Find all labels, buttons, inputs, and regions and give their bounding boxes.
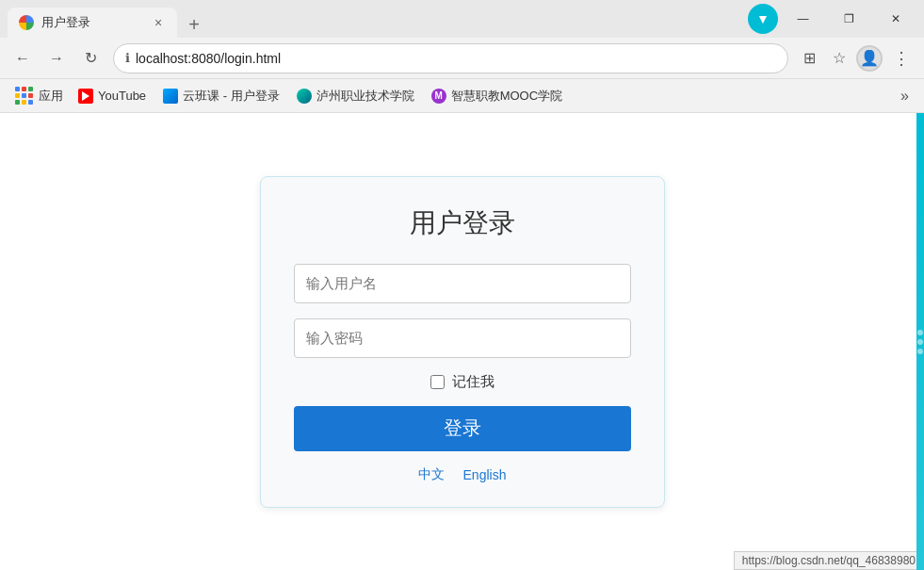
new-tab-button[interactable]: + <box>181 11 207 38</box>
luzhou-label: 泸州职业技术学院 <box>316 88 414 105</box>
apps-grid-icon <box>15 87 33 105</box>
username-input[interactable] <box>294 264 631 303</box>
mooc-label: 智慧职教MOOC学院 <box>451 88 562 105</box>
extension-button[interactable]: ▼ <box>748 4 778 34</box>
active-tab[interactable]: 用户登录 × <box>8 8 177 38</box>
side-deco-dot-1 <box>917 330 923 335</box>
close-button[interactable]: ✕ <box>874 5 916 33</box>
tab-area: 用户登录 × + <box>8 0 744 38</box>
address-bar[interactable]: ℹ localhost:8080/login.html <box>113 43 788 73</box>
remember-label: 记住我 <box>452 373 494 391</box>
login-button[interactable]: 登录 <box>294 406 631 451</box>
side-deco-dot-2 <box>917 339 923 345</box>
minimize-button[interactable]: — <box>782 5 824 33</box>
extensions-area: ▼ <box>748 4 778 34</box>
password-input[interactable] <box>294 318 631 358</box>
youtube-favicon <box>78 89 93 104</box>
tab-close-button[interactable]: × <box>151 15 166 30</box>
language-row: 中文 English <box>418 466 507 483</box>
tab-favicon <box>19 15 34 30</box>
side-deco-dot-3 <box>917 349 923 354</box>
title-bar: 用户登录 × + ▼ — ❐ ✕ <box>0 0 924 38</box>
forward-button[interactable]: → <box>41 43 72 73</box>
apps-label: 应用 <box>39 88 63 105</box>
browser-chrome: 用户登录 × + ▼ — ❐ ✕ ← → ↻ ℹ localhost:8080/… <box>0 0 924 113</box>
apps-bookmark[interactable]: 应用 <box>9 83 69 108</box>
remember-checkbox[interactable] <box>430 375 445 389</box>
side-decoration <box>916 113 924 570</box>
refresh-button[interactable]: ↻ <box>75 43 105 73</box>
luzhou-favicon <box>297 89 312 104</box>
remember-row: 记住我 <box>294 373 631 391</box>
bookmark-youtube[interactable]: YouTube <box>71 85 154 107</box>
bookmark-mooc[interactable]: M 智慧职教MOOC学院 <box>424 84 570 108</box>
status-hint: https://blog.csdn.net/qq_46838980 <box>734 551 924 570</box>
login-card: 用户登录 记住我 登录 中文 English <box>260 176 665 508</box>
bookmark-luzhou[interactable]: 泸州职业技术学院 <box>289 84 422 108</box>
bookmarks-bar: 应用 YouTube 云班课 - 用户登录 泸州职业技术学院 M 智慧职教MOO… <box>0 79 924 113</box>
more-bookmarks-button[interactable]: » <box>895 84 915 108</box>
lang-zh-link[interactable]: 中文 <box>418 466 445 483</box>
window-controls: — ❐ ✕ <box>782 5 916 33</box>
nav-bar: ← → ↻ ℹ localhost:8080/login.html ⊞ ☆ 👤 … <box>0 38 924 79</box>
login-title: 用户登录 <box>410 205 515 241</box>
url-text: localhost:8080/login.html <box>136 51 776 66</box>
mooc-favicon: M <box>431 89 446 104</box>
translate-button[interactable]: ⊞ <box>796 45 822 72</box>
back-button[interactable]: ← <box>8 43 38 73</box>
lang-en-link[interactable]: English <box>463 467 507 482</box>
youtube-label: YouTube <box>98 89 146 103</box>
maximize-button[interactable]: ❐ <box>828 5 870 33</box>
page-content: 用户登录 记住我 登录 中文 English https://blog.csdn… <box>0 113 924 570</box>
yunbanke-label: 云班课 - 用户登录 <box>183 88 280 105</box>
security-icon: ℹ <box>125 51 130 65</box>
yunbanke-favicon <box>163 89 178 104</box>
tab-label: 用户登录 <box>41 14 143 31</box>
bookmark-yunbanke[interactable]: 云班课 - 用户登录 <box>155 84 287 108</box>
profile-button[interactable]: 👤 <box>856 45 883 72</box>
bookmark-star-button[interactable]: ☆ <box>826 45 852 72</box>
menu-button[interactable]: ⋮ <box>886 43 916 73</box>
